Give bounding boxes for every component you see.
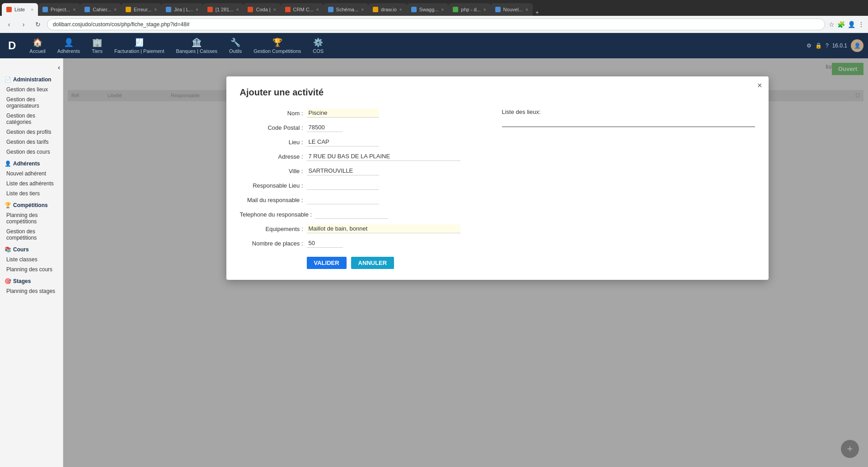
tab-close-icon[interactable]: ×: [154, 7, 157, 12]
nav-outils-label: Outils: [229, 48, 242, 54]
sidebar-item-liste-tiers[interactable]: Liste des tiers: [0, 189, 63, 198]
code-postal-input[interactable]: [307, 123, 343, 132]
sidebar-item-gestion-profils[interactable]: Gestion des profils: [0, 127, 63, 137]
sidebar-collapse-icon[interactable]: ‹: [58, 64, 60, 71]
tab-close-icon[interactable]: ×: [441, 7, 444, 12]
sidebar-item-planning-competitions[interactable]: Planning des compétitions: [0, 210, 63, 226]
user-avatar[interactable]: 👤: [851, 39, 863, 52]
app-wrapper: D 🏠 Accueil 👤 Adhérents 🏢 Tiers 🧾 Factur…: [0, 33, 868, 467]
annuler-button[interactable]: ANNULER: [351, 257, 394, 269]
sidebar-item-gestion-lieux[interactable]: Gestion des lieux: [0, 85, 63, 94]
logo[interactable]: D: [5, 39, 19, 52]
tab-favicon: [6, 7, 12, 12]
nav-facturation[interactable]: 🧾 Facturation | Paiement: [109, 35, 169, 57]
nav-banques[interactable]: 🏦 Banques | Caisses: [170, 35, 223, 57]
modal-close-button[interactable]: ×: [757, 81, 762, 90]
tab-cahier[interactable]: Cahier... ×: [80, 3, 121, 16]
extensions-icon[interactable]: 🧩: [837, 21, 845, 28]
tab-close-icon[interactable]: ×: [361, 7, 364, 12]
tab-drawio[interactable]: draw.io ×: [368, 3, 407, 16]
sidebar-item-liste-classes[interactable]: Liste classes: [0, 255, 63, 264]
reload-button[interactable]: ↻: [33, 19, 43, 30]
nav-adherents[interactable]: 👤 Adhérents: [52, 35, 85, 57]
places-input[interactable]: [307, 239, 343, 248]
sidebar-item-gestion-competitions[interactable]: Gestion des compétitions: [0, 226, 63, 243]
sidebar-item-gestion-categories[interactable]: Gestion des catégories: [0, 111, 63, 127]
liste-lieux-input[interactable]: [502, 118, 755, 127]
tab-php[interactable]: php - d... ×: [448, 3, 490, 16]
menu-icon[interactable]: ⋮: [858, 21, 864, 28]
sidebar-item-gestion-cours[interactable]: Gestion des cours: [0, 147, 63, 157]
sidebar-section-competitions: 🏆 Compétitions: [0, 198, 63, 210]
competitions-icon: 🏆: [272, 38, 282, 47]
nav-outils[interactable]: 🔧 Outils: [224, 35, 247, 57]
equipements-input[interactable]: [307, 224, 460, 233]
lieu-label: Lieu :: [240, 139, 303, 146]
tiers-icon: 🏢: [92, 38, 102, 47]
responsable-input[interactable]: [307, 181, 379, 190]
tab-close-icon[interactable]: ×: [114, 7, 117, 12]
sidebar-item-nouvel-adherent[interactable]: Nouvel adhérent: [0, 169, 63, 179]
tab-bar: Liste × Project... × Cahier... × Erreur.…: [0, 0, 868, 16]
ville-input[interactable]: [307, 166, 379, 175]
tab-favicon: [411, 7, 417, 12]
mail-input[interactable]: [307, 195, 379, 204]
sidebar-item-planning-stages[interactable]: Planning des stages: [0, 286, 63, 296]
administration-icon: 📄: [5, 76, 11, 83]
tab-nouveau[interactable]: Nouvel... ×: [491, 3, 533, 16]
modal-body: Nom : Code Postal : Lieu :: [240, 108, 755, 269]
sidebar-item-gestion-tarifs[interactable]: Gestion des tarifs: [0, 137, 63, 147]
lieu-input[interactable]: [307, 137, 379, 146]
nom-input[interactable]: [307, 108, 379, 118]
bookmark-icon[interactable]: ☆: [829, 21, 835, 28]
places-label: Nombre de places :: [240, 240, 303, 247]
tab-liste[interactable]: Liste ×: [2, 3, 38, 16]
tab-label: Nouvel...: [503, 7, 523, 12]
adresse-input[interactable]: [307, 152, 460, 161]
telephone-input[interactable]: [315, 210, 388, 219]
address-input[interactable]: [47, 19, 825, 30]
tab-close-icon[interactable]: ×: [273, 7, 276, 12]
tab-project[interactable]: Project... ×: [38, 3, 80, 16]
nav-competitions[interactable]: 🏆 Gestion Compétitions: [248, 35, 306, 57]
tab-crm[interactable]: CRM C... ×: [281, 3, 324, 16]
sidebar-item-liste-adherents[interactable]: Liste des adhérents: [0, 179, 63, 189]
tab-close-icon[interactable]: ×: [31, 7, 33, 12]
tab-close-icon[interactable]: ×: [236, 7, 239, 12]
nav-cos[interactable]: ⚙️ COS: [307, 35, 329, 57]
forward-button[interactable]: ›: [18, 19, 29, 30]
competitions-section-icon: 🏆: [5, 202, 11, 208]
tab-label: Schéma...: [336, 7, 359, 12]
lock-icon[interactable]: 🔒: [815, 42, 822, 49]
new-tab-button[interactable]: +: [533, 9, 542, 16]
stages-section-label: Stages: [13, 278, 31, 284]
tab-swag[interactable]: Swagg... ×: [407, 3, 449, 16]
tab-schema[interactable]: Schéma... ×: [324, 3, 368, 16]
tab-close-icon[interactable]: ×: [483, 7, 486, 12]
tab-label: CRM C...: [293, 7, 314, 12]
valider-button[interactable]: VALIDER: [307, 257, 347, 269]
tab-label: Swagg...: [419, 7, 439, 12]
tab-1281[interactable]: [1 281... ×: [203, 3, 244, 16]
competitions-section-label: Compétitions: [13, 202, 48, 208]
tab-close-icon[interactable]: ×: [196, 7, 198, 12]
nav-accueil[interactable]: 🏠 Accueil: [24, 35, 51, 57]
tab-close-icon[interactable]: ×: [316, 7, 319, 12]
tab-favicon: [328, 7, 333, 12]
tab-jira[interactable]: Jira | L... ×: [161, 3, 203, 16]
settings-icon[interactable]: ⚙: [807, 42, 812, 49]
sidebar-item-gestion-organisateurs[interactable]: Gestion des organisateurs: [0, 94, 63, 111]
tab-coda[interactable]: Coda | ×: [243, 3, 280, 16]
profile-icon[interactable]: 👤: [848, 21, 855, 28]
form-row-ville: Ville :: [240, 166, 493, 175]
sidebar-item-planning-cours[interactable]: Planning des cours: [0, 264, 63, 274]
help-icon[interactable]: ?: [826, 42, 829, 49]
tab-close-icon[interactable]: ×: [73, 7, 75, 12]
tab-close-icon[interactable]: ×: [525, 7, 528, 12]
form-row-places: Nombre de places :: [240, 239, 493, 248]
tab-close-icon[interactable]: ×: [399, 7, 402, 12]
back-button[interactable]: ‹: [4, 19, 14, 30]
outils-icon: 🔧: [230, 38, 240, 47]
tab-erreur[interactable]: Erreur... ×: [121, 3, 161, 16]
nav-tiers[interactable]: 🏢 Tiers: [86, 35, 108, 57]
